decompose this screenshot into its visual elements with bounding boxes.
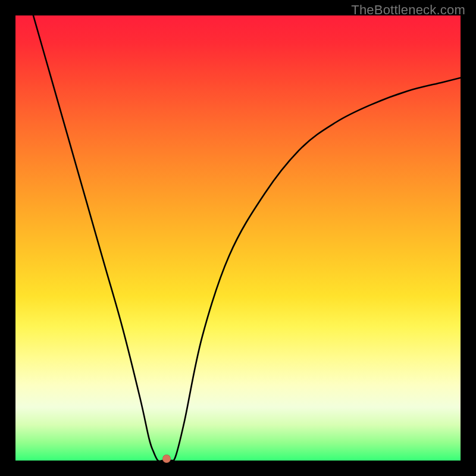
- bottleneck-curve-path: [33, 15, 461, 461]
- bottleneck-curve: [15, 15, 461, 461]
- valley-marker-dot: [162, 455, 171, 463]
- chart-stage: TheBottleneck.com: [0, 0, 476, 476]
- watermark-text: TheBottleneck.com: [351, 2, 465, 18]
